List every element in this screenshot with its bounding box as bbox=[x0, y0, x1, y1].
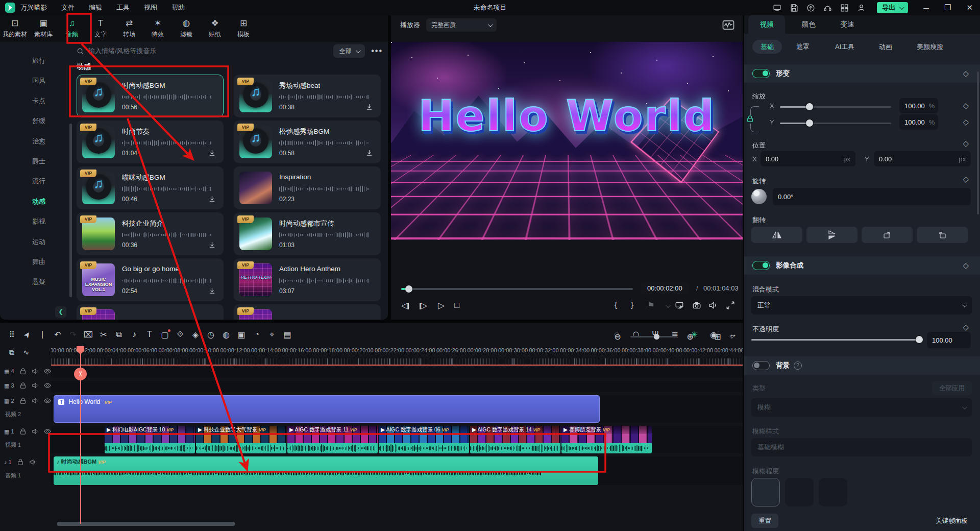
stabilize-icon[interactable]: ▤ bbox=[280, 330, 295, 340]
crop-icon[interactable]: ⧉ bbox=[111, 330, 127, 339]
previous-frame-button[interactable]: ◁ bbox=[401, 300, 409, 311]
position-x-input[interactable]: 0.00px bbox=[761, 151, 855, 166]
position-y-input[interactable]: 0.00px bbox=[874, 151, 971, 166]
download-icon[interactable] bbox=[365, 149, 373, 157]
download-icon[interactable] bbox=[365, 103, 373, 111]
compositing-toggle[interactable] bbox=[752, 261, 770, 270]
lock-icon[interactable] bbox=[19, 382, 27, 389]
media-tab[interactable]: ⊡ 我的素材 bbox=[1, 18, 29, 39]
scale-y-slider[interactable] bbox=[780, 123, 891, 124]
delete-icon[interactable]: ⌧ bbox=[81, 330, 96, 340]
bg-type-dropdown[interactable]: 模糊 bbox=[751, 398, 972, 417]
track-header-4[interactable]: ▦ 4 bbox=[0, 368, 51, 375]
media-tab[interactable]: ▣ 素材库 bbox=[30, 18, 57, 39]
video-clip[interactable]: ▶ AIGC 数字游戏背景 11 VIP bbox=[287, 426, 378, 453]
tab-speed[interactable]: 变速 bbox=[832, 15, 863, 34]
download-icon[interactable] bbox=[208, 287, 216, 295]
scale-y-keyframe-icon[interactable]: ◇ bbox=[963, 117, 969, 127]
rotate-cw-button[interactable] bbox=[862, 227, 913, 243]
marker-flag-icon[interactable]: ⚑ bbox=[647, 300, 655, 311]
position-keyframe-icon[interactable]: ◇ bbox=[963, 139, 969, 148]
play-button[interactable]: ▷ bbox=[438, 300, 445, 311]
detach-audio-icon[interactable]: ♪ bbox=[127, 330, 142, 339]
rotate-ccw-button[interactable] bbox=[917, 227, 968, 243]
track-lane-4[interactable] bbox=[51, 367, 743, 378]
music-list-scrollbar[interactable] bbox=[69, 124, 72, 297]
color-palette-icon[interactable]: ◍ bbox=[218, 330, 234, 340]
save-icon[interactable] bbox=[790, 4, 798, 12]
minimize-button[interactable]: ─ bbox=[923, 4, 929, 12]
track-header-1[interactable]: ▦ 1 bbox=[0, 428, 51, 435]
chevron-down-icon[interactable] bbox=[666, 303, 671, 308]
collapse-sidebar-button[interactable]: ❮ bbox=[55, 306, 66, 318]
transform-toggle[interactable] bbox=[752, 69, 770, 78]
media-tab[interactable]: T 文字 bbox=[87, 18, 114, 39]
music-item[interactable]: VIP 时尚节奏 01:04 bbox=[77, 120, 224, 163]
scale-x-keyframe-icon[interactable]: ◇ bbox=[963, 101, 969, 110]
mask-icon[interactable]: ▢ bbox=[157, 330, 173, 340]
blend-mode-dropdown[interactable]: 正常 bbox=[751, 296, 972, 315]
stop-button[interactable]: □ bbox=[454, 300, 459, 310]
compositing-keyframe-icon[interactable]: ◇ bbox=[963, 261, 969, 270]
category-item[interactable]: 卡点 bbox=[0, 93, 66, 109]
seek-thumb[interactable] bbox=[405, 285, 412, 293]
category-item[interactable]: 动感 bbox=[0, 194, 66, 209]
category-item[interactable]: 运动 bbox=[0, 234, 66, 250]
curve-icon[interactable]: ∿ bbox=[18, 348, 34, 356]
media-tab[interactable]: ⊞ 模板 bbox=[230, 18, 257, 39]
track-lane-3[interactable] bbox=[51, 381, 743, 392]
track-header-2[interactable]: ▦ 2 bbox=[0, 397, 51, 404]
apply-all-button[interactable]: 全部应用 bbox=[932, 381, 972, 395]
media-tab[interactable]: ✶ 特效 bbox=[144, 18, 172, 39]
music-item[interactable]: VIP 科技企业简介 00:36 bbox=[77, 212, 224, 255]
opacity-keyframe-icon[interactable]: ◇ bbox=[963, 323, 969, 332]
zoom-in-icon[interactable]: ⊕ bbox=[682, 332, 698, 342]
speaker-icon[interactable] bbox=[32, 428, 39, 435]
mark-in-icon[interactable]: { bbox=[615, 300, 617, 309]
speaker-icon[interactable] bbox=[29, 458, 36, 466]
category-item[interactable]: 国风 bbox=[0, 73, 66, 88]
menu-item[interactable]: 工具 bbox=[116, 3, 130, 12]
download-icon[interactable] bbox=[208, 241, 216, 249]
audio-clip[interactable]: ♪ 时尚动感BGM VIP bbox=[54, 456, 598, 485]
category-item[interactable]: 爵士 bbox=[0, 154, 66, 169]
speaker-icon[interactable] bbox=[32, 368, 39, 375]
category-item[interactable]: 旅行 bbox=[0, 53, 66, 68]
keyframe-panel-button[interactable]: 关键帧面板 bbox=[929, 514, 975, 528]
rotate-knob[interactable] bbox=[751, 189, 767, 204]
music-item[interactable]: VIP 松弛感秀场BGM 00:58 bbox=[234, 120, 381, 163]
blur-amount-swatch[interactable] bbox=[819, 478, 847, 506]
timer-icon[interactable]: ◔ bbox=[249, 330, 264, 339]
zoom-out-icon[interactable]: ⊖ bbox=[610, 332, 625, 342]
eye-icon[interactable] bbox=[44, 368, 51, 375]
reset-button[interactable]: 重置 bbox=[751, 514, 778, 528]
search-input[interactable]: 输入情绪/风格等搜音乐 bbox=[88, 46, 333, 56]
scale-x-input[interactable]: 100.00% bbox=[899, 98, 938, 113]
portrait-icon[interactable]: ▣ bbox=[234, 330, 249, 340]
video-clip[interactable]: ▶ 科幻电影AIGC背景 10 VIP bbox=[105, 426, 195, 453]
audio-track-lane-1[interactable]: ♪ 时尚动感BGM VIP bbox=[51, 456, 743, 485]
lock-aspect-icon[interactable] bbox=[746, 115, 754, 123]
eye-icon[interactable] bbox=[44, 428, 51, 435]
subtab-basic[interactable]: 基础 bbox=[752, 40, 782, 54]
scale-y-input[interactable]: 100.00% bbox=[899, 114, 938, 130]
speaker-icon[interactable] bbox=[708, 301, 718, 310]
split-icon[interactable]: ✂ bbox=[96, 330, 111, 340]
download-icon[interactable] bbox=[208, 149, 216, 157]
track-lane-1[interactable]: ▶ 科幻电影AIGC背景 10 VIP ▶ 科技企业数字大气背景 VIP ▶ A… bbox=[51, 426, 743, 453]
lock-icon[interactable] bbox=[19, 428, 27, 435]
timeline-ruler[interactable]: 00:0000:00:02:0000:00:04:0000:00:06:0000… bbox=[51, 346, 743, 366]
music-item[interactable]: VIP 时尚动感都市宣传 01:03 bbox=[234, 212, 381, 255]
auto-reframe-icon[interactable]: ⌖ bbox=[264, 330, 280, 339]
video-clip[interactable]: ▶ 科技企业数字大气背景 VIP bbox=[196, 426, 286, 453]
blur-amount-swatch[interactable] bbox=[785, 478, 814, 506]
add-text-icon[interactable]: T bbox=[142, 330, 157, 339]
timeline-zoom-slider[interactable] bbox=[630, 336, 677, 337]
menu-item[interactable]: 视图 bbox=[144, 3, 157, 12]
menu-item[interactable]: 编辑 bbox=[89, 3, 102, 12]
timeline-h-scrollbar[interactable] bbox=[57, 522, 235, 526]
tab-video[interactable]: 视频 bbox=[748, 15, 785, 34]
text-clip[interactable]: T Hello World VIP bbox=[54, 395, 600, 423]
lock-icon[interactable] bbox=[17, 458, 24, 466]
select-tool-icon[interactable]: ➤ bbox=[19, 325, 36, 343]
